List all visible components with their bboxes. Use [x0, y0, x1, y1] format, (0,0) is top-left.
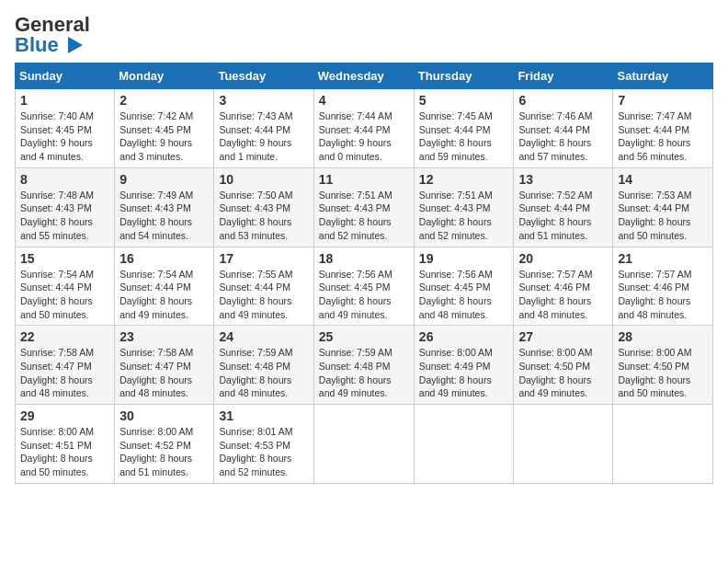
day-info: Sunrise: 7:54 AMSunset: 4:44 PMDaylight:… [119, 269, 193, 320]
day-info: Sunrise: 7:44 AMSunset: 4:44 PMDaylight:… [319, 110, 392, 162]
weekday-header: Thursday [414, 63, 514, 89]
day-number: 5 [419, 93, 509, 108]
day-info: Sunrise: 7:56 AMSunset: 4:45 PMDaylight:… [319, 269, 392, 320]
day-info: Sunrise: 7:49 AMSunset: 4:43 PMDaylight:… [119, 190, 193, 241]
calendar-cell: 2 Sunrise: 7:42 AMSunset: 4:45 PMDayligh… [115, 89, 214, 168]
day-info: Sunrise: 7:43 AMSunset: 4:44 PMDaylight:… [219, 110, 292, 162]
day-number: 29 [20, 408, 109, 423]
day-info: Sunrise: 7:58 AMSunset: 4:47 PMDaylight:… [20, 347, 94, 398]
day-info: Sunrise: 7:47 AMSunset: 4:44 PMDaylight:… [618, 110, 691, 162]
day-number: 13 [518, 172, 608, 187]
calendar-cell: 16 Sunrise: 7:54 AMSunset: 4:44 PMDaylig… [115, 247, 214, 326]
day-info: Sunrise: 7:50 AMSunset: 4:43 PMDaylight:… [219, 190, 292, 241]
day-info: Sunrise: 8:00 AMSunset: 4:51 PMDaylight:… [20, 426, 94, 477]
weekday-header: Friday [514, 63, 613, 89]
calendar-week-row: 22 Sunrise: 7:58 AMSunset: 4:47 PMDaylig… [16, 326, 713, 405]
header: General Blue [15, 15, 713, 55]
day-number: 22 [20, 329, 109, 344]
day-number: 27 [518, 329, 608, 344]
day-number: 12 [419, 172, 509, 187]
calendar-cell: 4 Sunrise: 7:44 AMSunset: 4:44 PMDayligh… [313, 89, 414, 168]
day-number: 31 [219, 408, 308, 423]
weekday-header: Monday [115, 63, 214, 89]
day-number: 4 [319, 93, 409, 108]
day-number: 28 [618, 329, 708, 344]
day-info: Sunrise: 8:00 AMSunset: 4:52 PMDaylight:… [119, 426, 193, 477]
calendar-cell: 29 Sunrise: 8:00 AMSunset: 4:51 PMDaylig… [16, 405, 115, 484]
weekday-header: Tuesday [214, 63, 313, 89]
calendar-cell [313, 405, 414, 484]
day-info: Sunrise: 7:57 AMSunset: 4:46 PMDaylight:… [618, 269, 691, 320]
day-number: 17 [219, 251, 308, 266]
day-info: Sunrise: 7:54 AMSunset: 4:44 PMDaylight:… [20, 269, 94, 320]
calendar-cell: 15 Sunrise: 7:54 AMSunset: 4:44 PMDaylig… [16, 247, 115, 326]
calendar-cell: 17 Sunrise: 7:55 AMSunset: 4:44 PMDaylig… [214, 247, 313, 326]
day-number: 8 [20, 172, 109, 187]
logo-general: General [15, 15, 90, 35]
day-number: 21 [618, 251, 708, 266]
logo-blue: Blue [15, 35, 59, 55]
day-info: Sunrise: 7:56 AMSunset: 4:45 PMDaylight:… [419, 269, 493, 320]
day-info: Sunrise: 7:53 AMSunset: 4:44 PMDaylight:… [618, 190, 691, 241]
day-number: 18 [319, 251, 409, 266]
day-number: 16 [119, 251, 209, 266]
day-number: 11 [319, 172, 409, 187]
day-number: 6 [518, 93, 608, 108]
calendar-cell: 8 Sunrise: 7:48 AMSunset: 4:43 PMDayligh… [16, 167, 115, 247]
calendar-week-row: 15 Sunrise: 7:54 AMSunset: 4:44 PMDaylig… [16, 247, 713, 326]
logo: General Blue [15, 15, 90, 55]
calendar-cell [613, 405, 713, 484]
calendar-cell: 1 Sunrise: 7:40 AMSunset: 4:45 PMDayligh… [16, 89, 115, 168]
day-number: 26 [419, 329, 509, 344]
day-number: 23 [119, 329, 209, 344]
calendar-cell: 24 Sunrise: 7:59 AMSunset: 4:48 PMDaylig… [214, 326, 313, 405]
day-number: 15 [20, 251, 109, 266]
calendar-cell: 20 Sunrise: 7:57 AMSunset: 4:46 PMDaylig… [514, 247, 613, 326]
day-info: Sunrise: 7:45 AMSunset: 4:44 PMDaylight:… [419, 110, 493, 162]
day-number: 7 [618, 93, 708, 108]
calendar-cell: 5 Sunrise: 7:45 AMSunset: 4:44 PMDayligh… [414, 89, 514, 168]
day-number: 2 [119, 93, 209, 108]
calendar-cell: 22 Sunrise: 7:58 AMSunset: 4:47 PMDaylig… [16, 326, 115, 405]
calendar-cell: 9 Sunrise: 7:49 AMSunset: 4:43 PMDayligh… [115, 167, 214, 247]
day-info: Sunrise: 7:59 AMSunset: 4:48 PMDaylight:… [219, 347, 292, 398]
day-info: Sunrise: 7:52 AMSunset: 4:44 PMDaylight:… [518, 190, 592, 241]
day-number: 14 [618, 172, 708, 187]
calendar-cell: 14 Sunrise: 7:53 AMSunset: 4:44 PMDaylig… [613, 167, 713, 247]
day-number: 3 [219, 93, 308, 108]
day-info: Sunrise: 7:48 AMSunset: 4:43 PMDaylight:… [20, 190, 94, 241]
day-info: Sunrise: 8:00 AMSunset: 4:50 PMDaylight:… [618, 347, 691, 398]
calendar-cell: 25 Sunrise: 7:59 AMSunset: 4:48 PMDaylig… [313, 326, 414, 405]
logo-arrow-icon [59, 35, 85, 55]
day-info: Sunrise: 7:59 AMSunset: 4:48 PMDaylight:… [319, 347, 392, 398]
calendar: SundayMondayTuesdayWednesdayThursdayFrid… [15, 63, 713, 484]
calendar-cell: 7 Sunrise: 7:47 AMSunset: 4:44 PMDayligh… [613, 89, 713, 168]
calendar-cell: 21 Sunrise: 7:57 AMSunset: 4:46 PMDaylig… [613, 247, 713, 326]
day-info: Sunrise: 8:00 AMSunset: 4:49 PMDaylight:… [419, 347, 493, 398]
weekday-header: Wednesday [313, 63, 414, 89]
day-info: Sunrise: 7:58 AMSunset: 4:47 PMDaylight:… [119, 347, 193, 398]
calendar-week-row: 8 Sunrise: 7:48 AMSunset: 4:43 PMDayligh… [16, 167, 713, 247]
calendar-cell: 19 Sunrise: 7:56 AMSunset: 4:45 PMDaylig… [414, 247, 514, 326]
calendar-cell: 18 Sunrise: 7:56 AMSunset: 4:45 PMDaylig… [313, 247, 414, 326]
calendar-week-row: 29 Sunrise: 8:00 AMSunset: 4:51 PMDaylig… [16, 405, 713, 484]
day-info: Sunrise: 7:55 AMSunset: 4:44 PMDaylight:… [219, 269, 292, 320]
calendar-cell: 11 Sunrise: 7:51 AMSunset: 4:43 PMDaylig… [313, 167, 414, 247]
calendar-cell: 12 Sunrise: 7:51 AMSunset: 4:43 PMDaylig… [414, 167, 514, 247]
day-info: Sunrise: 8:01 AMSunset: 4:53 PMDaylight:… [219, 426, 292, 477]
calendar-cell: 3 Sunrise: 7:43 AMSunset: 4:44 PMDayligh… [214, 89, 313, 168]
calendar-cell [514, 405, 613, 484]
calendar-cell: 27 Sunrise: 8:00 AMSunset: 4:50 PMDaylig… [514, 326, 613, 405]
day-info: Sunrise: 7:42 AMSunset: 4:45 PMDaylight:… [119, 110, 193, 162]
day-info: Sunrise: 7:46 AMSunset: 4:44 PMDaylight:… [518, 110, 592, 162]
svg-marker-0 [68, 37, 83, 53]
calendar-cell: 28 Sunrise: 8:00 AMSunset: 4:50 PMDaylig… [613, 326, 713, 405]
calendar-cell: 31 Sunrise: 8:01 AMSunset: 4:53 PMDaylig… [214, 405, 313, 484]
calendar-cell [414, 405, 514, 484]
day-number: 25 [319, 329, 409, 344]
weekday-header: Saturday [613, 63, 713, 89]
weekday-header: Sunday [16, 63, 115, 89]
calendar-cell: 30 Sunrise: 8:00 AMSunset: 4:52 PMDaylig… [115, 405, 214, 484]
day-info: Sunrise: 7:40 AMSunset: 4:45 PMDaylight:… [20, 110, 94, 162]
calendar-cell: 10 Sunrise: 7:50 AMSunset: 4:43 PMDaylig… [214, 167, 313, 247]
